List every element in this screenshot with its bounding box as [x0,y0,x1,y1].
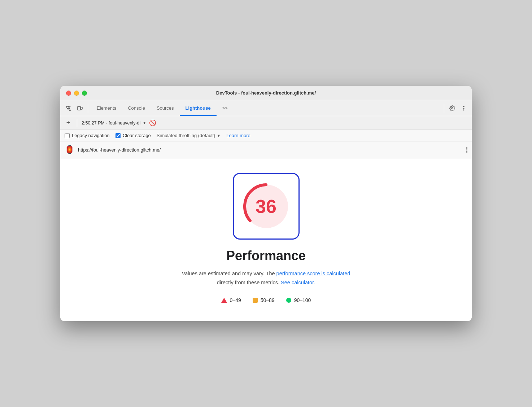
performance-score-link[interactable]: performance score is calculated [276,271,350,276]
calculator-link[interactable]: See calculator. [281,280,315,285]
inspect-element-button[interactable] [63,103,73,113]
url-text: https://foul-heavenly-direction.glitch.m… [78,147,463,153]
triangle-icon [221,298,227,303]
throttling-label: Simulated throttling (default) ▼ [157,133,221,138]
devtools-toolbar-2: + 2:50:27 PM - foul-heavenly-di ▼ 🚫 [60,116,472,130]
toolbar-divider [88,104,88,113]
url-bar: 🏮 https://foul-heavenly-direction.glitch… [60,141,472,158]
legacy-navigation-checkbox[interactable] [65,133,70,138]
devtools-window: DevTools - foul-heavenly-direction.glitc… [60,86,472,321]
description-mid: directly from these metrics. [217,280,281,285]
legend-label-90-100: 90–100 [294,297,311,303]
svg-point-2 [452,108,453,109]
svg-point-3 [463,106,464,107]
legend-item-0-49: 0–49 [221,297,241,303]
legend-label-0-49: 0–49 [230,297,241,303]
performance-title: Performance [226,248,306,263]
traffic-lights [66,91,87,96]
add-tab-button[interactable]: + [64,119,73,127]
timestamp-dropdown-arrow: ▼ [143,121,146,125]
learn-more-link[interactable]: Learn more [226,133,250,138]
score-gauge-wrapper: 36 [233,173,300,240]
legend-item-90-100: 90–100 [286,297,311,303]
svg-point-5 [463,109,464,110]
options-bar: Legacy navigation Clear storage Simulate… [60,130,472,141]
tab-elements[interactable]: Elements [91,100,122,116]
clear-storage-checkbox[interactable] [115,133,121,138]
description: Values are estimated and may vary. The p… [182,269,350,287]
settings-button[interactable] [447,103,457,113]
block-icon[interactable]: 🚫 [149,119,156,126]
tab-console[interactable]: Console [122,100,151,116]
maximize-button[interactable] [82,91,87,96]
timestamp-selector[interactable]: 2:50:27 PM - foul-heavenly-di ▼ [82,121,146,126]
tab-list: Elements Console Sources Lighthouse >> [91,100,441,116]
legend: 0–49 50–89 90–100 [221,297,311,303]
throttling-text: Simulated throttling (default) [157,133,215,138]
legacy-navigation-item: Legacy navigation [65,133,110,138]
legend-label-50-89: 50–89 [261,297,275,303]
circle-icon [286,298,291,303]
score-gauge: 36 [233,173,300,240]
toolbar-divider-3 [77,119,77,127]
score-number: 36 [256,196,276,217]
close-button[interactable] [66,91,71,96]
url-bar-more-button[interactable] [466,147,468,153]
tab-more[interactable]: >> [217,100,234,116]
clear-storage-item: Clear storage [115,133,151,138]
square-icon [253,298,258,303]
title-bar: DevTools - foul-heavenly-direction.glitc… [60,86,472,100]
svg-rect-0 [78,106,80,110]
throttling-arrow: ▼ [217,134,221,138]
legend-item-50-89: 50–89 [253,297,275,303]
toolbar-right [442,103,469,113]
svg-rect-1 [81,107,82,109]
toolbar-divider-2 [444,104,444,113]
clear-storage-label: Clear storage [123,133,151,138]
devtools-toolbar: Elements Console Sources Lighthouse >> [60,100,472,116]
lighthouse-icon: 🏮 [65,145,74,154]
minimize-button[interactable] [74,91,79,96]
tab-lighthouse[interactable]: Lighthouse [180,100,217,116]
timestamp-text: 2:50:27 PM - foul-heavenly-di [82,121,140,126]
device-toolbar-button[interactable] [75,103,85,113]
main-content: 36 Performance Values are estimated and … [60,158,472,321]
legacy-navigation-label: Legacy navigation [72,133,110,138]
window-title: DevTools - foul-heavenly-direction.glitc… [216,90,316,96]
description-text: Values are estimated and may vary. The [182,271,276,276]
tab-sources[interactable]: Sources [151,100,180,116]
svg-point-4 [463,108,464,109]
more-options-button[interactable] [459,103,469,113]
